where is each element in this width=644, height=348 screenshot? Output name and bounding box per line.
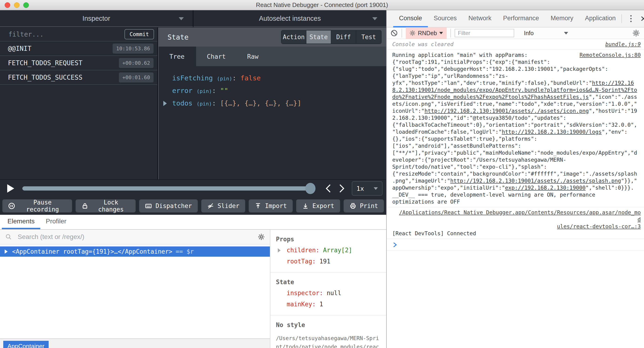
tab-test[interactable]: Test	[356, 31, 381, 44]
prop-row-children[interactable]: children: Array[2]	[276, 245, 382, 256]
action-filter-input[interactable]	[8, 30, 124, 39]
source-file-path: /Users/tetsuyahasegawa/MERN-Sprint/todo/…	[276, 330, 382, 348]
expand-arrow-icon[interactable]	[5, 249, 8, 254]
clear-console-button[interactable]	[390, 29, 398, 37]
pin-label[interactable]: (pin)	[196, 88, 212, 94]
autoselect-dropdown-label: Autoselect instances	[259, 15, 321, 22]
dispatcher-button[interactable]: Dispatcher	[139, 199, 198, 213]
zoom-window-button[interactable]	[23, 2, 29, 8]
app-body: Inspector Autoselect instances Commit	[0, 10, 644, 348]
react-devtools-body: <AppContainer rootTag={191}>…</AppContai…	[0, 229, 386, 348]
tab-state[interactable]: State	[306, 31, 331, 44]
console-inline-link[interactable]: http://192.168.2.130:19000/logs	[502, 129, 602, 135]
pause-recording-button[interactable]: Pause recording	[2, 199, 72, 213]
close-window-button[interactable]	[5, 2, 10, 8]
pin-label[interactable]: (pin)	[217, 76, 232, 82]
log-level-dropdown[interactable]: Info	[524, 30, 568, 37]
action-item-fetch-todos-success[interactable]: FETCH_TODOS_SUCCESS +00:01.60	[0, 70, 157, 85]
slider-toggle-button[interactable]: Slider	[201, 199, 245, 213]
action-timestamp-badge: 10:10:53.86	[112, 44, 154, 54]
print-button[interactable]: Print	[344, 199, 384, 213]
action-item-fetch-todos-request[interactable]: FETCH_TODOS_REQUEST +00:00.62	[0, 56, 157, 70]
minimize-window-button[interactable]	[14, 2, 20, 8]
console-settings-button[interactable]	[632, 29, 640, 37]
state-key: todos	[172, 99, 192, 107]
timeline-slider[interactable]	[22, 186, 314, 191]
commit-button[interactable]: Commit	[124, 29, 154, 39]
state-name: inspector	[287, 289, 320, 296]
console-inline-link[interactable]: http://192.168.2.130:19001/assets/./asse…	[424, 108, 589, 114]
tab-action[interactable]: Action	[282, 31, 306, 44]
console-inline-link[interactable]: exp://192.168.2.130:19000	[505, 185, 586, 191]
export-button[interactable]: Export	[296, 199, 340, 213]
breadcrumb: AppContainer	[0, 338, 270, 348]
console-message: RemoteConsole.js:80Running application "…	[387, 50, 644, 207]
pause-circle-icon	[8, 203, 15, 209]
state-tree-view: isFetching (pin): false error (pin): "" …	[159, 66, 386, 179]
style-section: No style /Users/tetsuyahasegawa/MERN-Spr…	[270, 315, 386, 348]
context-label: RNDeb	[418, 30, 437, 37]
autoselect-instances-dropdown[interactable]: Autoselect instances	[194, 10, 386, 27]
prop-name: rootTag	[287, 258, 312, 265]
element-settings-button[interactable]	[258, 233, 265, 240]
console-filter-input[interactable]	[454, 29, 514, 37]
tab-chart[interactable]: Chart	[196, 47, 236, 66]
divider	[450, 29, 451, 38]
button-label: Pause recording	[18, 199, 66, 213]
tab-tree[interactable]: Tree	[159, 47, 196, 66]
state-key: isFetching	[172, 74, 213, 82]
expand-arrow-icon[interactable]	[163, 101, 167, 106]
tab-diff[interactable]: Diff	[331, 31, 356, 44]
redux-toolbar: Pause recording Lock changes Dispatcher …	[0, 197, 386, 215]
tab-profiler[interactable]: Profiler	[40, 215, 72, 229]
pin-label[interactable]: (pin)	[196, 101, 212, 107]
playback-speed-dropdown[interactable]: 1x	[352, 181, 382, 196]
console-text-segment: Running application "main" with appParam…	[392, 52, 608, 86]
tab-elements[interactable]: Elements	[2, 215, 40, 229]
console-message-text: Running application "main" with appParam…	[392, 52, 641, 205]
step-forward-button[interactable]	[338, 184, 345, 193]
expand-arrow-icon[interactable]	[278, 248, 280, 253]
step-back-button[interactable]	[325, 184, 332, 193]
printer-icon	[350, 203, 356, 209]
tab-raw[interactable]: Raw	[236, 47, 269, 66]
chevron-down-icon	[372, 17, 377, 20]
inspector-dropdown[interactable]: Inspector	[0, 10, 194, 27]
keyboard-icon	[145, 203, 152, 209]
import-button[interactable]: Import	[249, 199, 293, 213]
state-tree-row-error: error (pin): ""	[159, 84, 386, 97]
state-value: ""	[220, 87, 228, 95]
console-inline-link[interactable]: http://192.168.2.130:19001/assets/./asse…	[450, 178, 621, 184]
tab-console[interactable]: Console	[393, 10, 428, 28]
console-source-link[interactable]: bundle.js:9	[606, 41, 641, 48]
breadcrumb-item-appcontainer[interactable]: AppContainer	[3, 341, 49, 348]
chevron-down-icon	[439, 32, 443, 34]
tab-application[interactable]: Application	[579, 10, 622, 28]
state-tree-row-todos[interactable]: todos (pin): [{…}, {…}, {…}, {…}]	[159, 97, 386, 109]
divider	[622, 14, 622, 23]
timeline-slider-thumb[interactable]	[305, 183, 316, 194]
no-style-header: No style	[276, 321, 382, 328]
more-options-icon[interactable]	[629, 14, 633, 24]
state-value: [{…}, {…}, {…}, {…}]	[220, 99, 301, 107]
action-timestamp-badge: +00:01.60	[119, 72, 154, 82]
element-tree-pane: <AppContainer rootTag={191}>…</AppContai…	[0, 230, 270, 348]
tab-sources[interactable]: Sources	[428, 10, 462, 28]
action-item-init[interactable]: @@INIT 10:10:53.86	[0, 42, 157, 56]
colon: :	[312, 258, 316, 265]
play-button[interactable]	[7, 184, 14, 193]
close-devtools-button[interactable]	[640, 15, 644, 22]
tab-network[interactable]: Network	[462, 10, 497, 28]
element-search-input[interactable]	[17, 233, 253, 241]
console-source-link[interactable]: RemoteConsole.js:80	[580, 52, 641, 59]
button-label: Slider	[218, 203, 240, 209]
console-prompt[interactable]	[387, 239, 644, 251]
console-source-link[interactable]: /Applications/React Native Debugger.app/…	[397, 209, 641, 230]
tab-performance[interactable]: Performance	[497, 10, 545, 28]
button-label: Print	[360, 203, 378, 209]
element-row-appcontainer[interactable]: <AppContainer rootTag={191}>…</AppContai…	[0, 246, 270, 257]
tab-memory[interactable]: Memory	[545, 10, 579, 28]
console-context-dropdown[interactable]: RNDeb	[406, 27, 447, 39]
lock-changes-button[interactable]: Lock changes	[76, 199, 136, 213]
state-header: State	[276, 279, 382, 286]
